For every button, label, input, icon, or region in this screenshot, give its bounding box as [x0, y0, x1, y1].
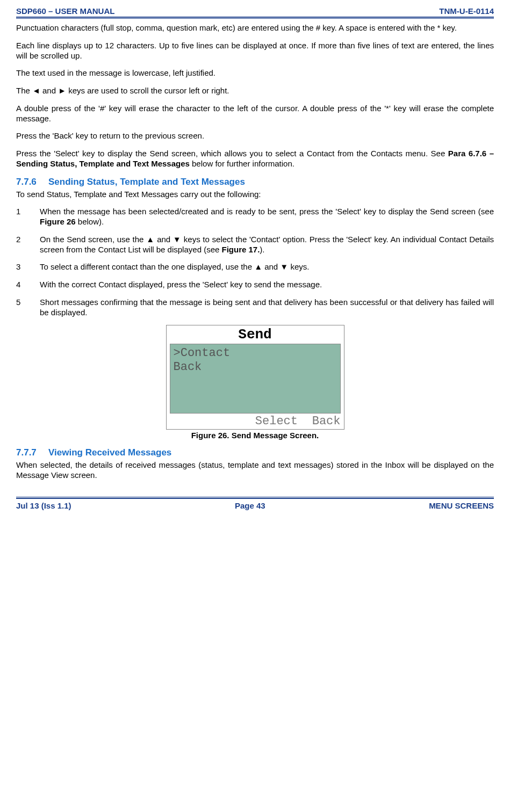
lcd-line-back: Back [174, 360, 337, 374]
doc-header-left: SDP660 – USER MANUAL [16, 6, 114, 16]
list-item-num: 5 [16, 298, 40, 318]
doc-footer-right: MENU SCREENS [429, 501, 494, 510]
heading-777: 7.7.7Viewing Received Messages [16, 447, 494, 458]
para-linelimit: Each line displays up to 12 characters. … [16, 41, 494, 61]
para-scrollkeys: The ◄ and ► keys are used to scroll the … [16, 86, 494, 96]
li-text-post: below). [76, 217, 104, 226]
figure-26: Send >Contact Back Select Back Figure 26… [16, 325, 494, 440]
list-item: 5 Short messages confirming that the mes… [16, 298, 494, 318]
list-item-text: To select a different contact than the o… [40, 262, 494, 272]
li-text-pre: When the message has been selected/creat… [40, 207, 494, 216]
lcd-screen: Send >Contact Back Select Back [166, 325, 344, 430]
para-erase: A double press of the '#' key will erase… [16, 104, 494, 124]
heading-777-title: Viewing Received Messages [48, 447, 171, 458]
list-item: 2 On the Send screen, use the ▲ and ▼ ke… [16, 235, 494, 255]
lcd-line1-text: >Contact [174, 346, 231, 360]
heading-777-num: 7.7.7 [16, 447, 48, 458]
lcd-line-contact: >Contact [174, 346, 337, 360]
doc-footer-left: Jul 13 (Iss 1.1) [16, 501, 71, 510]
lcd-body: >Contact Back [170, 344, 341, 414]
list-item-num: 2 [16, 235, 40, 255]
doc-header-right: TNM-U-E-0114 [439, 6, 494, 16]
sec776-list: 1 When the message has been selected/cre… [16, 207, 494, 317]
li-text-pre: To select a different contact than the o… [40, 262, 309, 271]
para-punctuation: Punctuation characters (full stop, comma… [16, 23, 494, 33]
softkey-right: Back [312, 415, 341, 428]
para-selectkey-post: below for further information. [190, 159, 294, 168]
li-text-pre: Short messages confirming that the messa… [40, 298, 494, 317]
list-item: 1 When the message has been selected/cre… [16, 207, 494, 227]
list-item: 4 With the correct Contact displayed, pr… [16, 280, 494, 290]
softkey-left [170, 415, 241, 428]
heading-776: 7.7.6Sending Status, Template and Text M… [16, 177, 494, 187]
header-rule [16, 17, 494, 19]
list-item-text: Short messages confirming that the messa… [40, 298, 494, 318]
softkey-center: Select [241, 415, 312, 428]
li-text-bold: Figure 26 [40, 217, 76, 226]
lcd-softkeys: Select Back [167, 415, 344, 429]
list-item-text: With the correct Contact displayed, pres… [40, 280, 494, 290]
li-text-bold: Figure 17. [222, 245, 260, 254]
para-backkey: Press the 'Back' key to return to the pr… [16, 131, 494, 141]
sec777-para: When selected, the details of received m… [16, 460, 494, 481]
list-item-num: 1 [16, 207, 40, 227]
para-selectkey: Press the 'Select' key to display the Se… [16, 149, 494, 169]
figure-26-caption: Figure 26. Send Message Screen. [16, 431, 494, 440]
li-text-pre: On the Send screen, use the ▲ and ▼ keys… [40, 235, 494, 254]
para-lowercase: The text used in the message is lowercas… [16, 68, 494, 78]
list-item-text: When the message has been selected/creat… [40, 207, 494, 227]
lcd-title: Send [167, 325, 344, 343]
doc-footer-center: Page 43 [235, 501, 265, 510]
list-item-text: On the Send screen, use the ▲ and ▼ keys… [40, 235, 494, 255]
heading-776-title: Sending Status, Template and Text Messag… [48, 177, 245, 187]
li-text-post: ). [260, 245, 264, 254]
list-item: 3 To select a different contact than the… [16, 262, 494, 272]
li-text-pre: With the correct Contact displayed, pres… [40, 280, 322, 289]
sec776-intro: To send Status, Template and Text Messag… [16, 190, 494, 200]
list-item-num: 3 [16, 262, 40, 272]
footer-rule [16, 497, 494, 499]
list-item-num: 4 [16, 280, 40, 290]
heading-776-num: 7.7.6 [16, 177, 48, 187]
para-selectkey-pre: Press the 'Select' key to display the Se… [16, 149, 448, 158]
